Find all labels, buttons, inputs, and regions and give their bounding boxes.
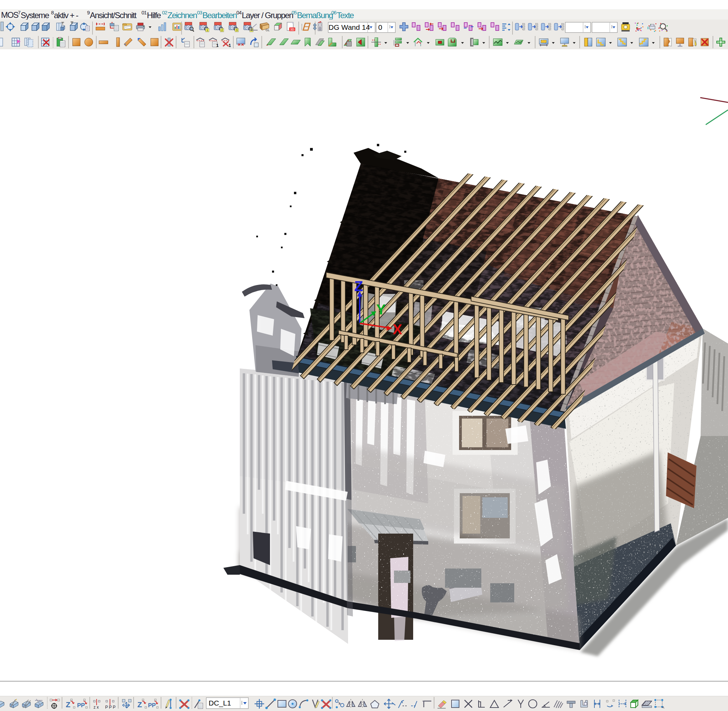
svg-text:2: 2 [221,28,223,32]
svg-text:Y: Y [376,301,386,317]
svg-text:DG Wand 14: DG Wand 14 [329,23,370,31]
svg-text:3D: 3D [290,28,294,31]
svg-text:Z: Z [137,701,142,709]
svg-text:DC_L1: DC_L1 [209,699,231,707]
svg-text:Z: Z [66,701,70,709]
svg-text:0: 0 [378,23,382,31]
svg-text:X: X [393,321,402,337]
svg-text:1: 1 [216,43,219,48]
svg-text:GL: GL [266,28,270,32]
svg-text:3: 3 [236,28,238,32]
svg-text:PP: PP [148,702,156,709]
svg-text:P P P: P P P [105,705,115,710]
svg-text:z x: z x [93,705,99,710]
svg-text:Z: Z [354,278,363,294]
svg-text:1: 1 [229,43,231,48]
svg-text:1: 1 [206,28,208,32]
svg-text:PP: PP [77,702,85,709]
